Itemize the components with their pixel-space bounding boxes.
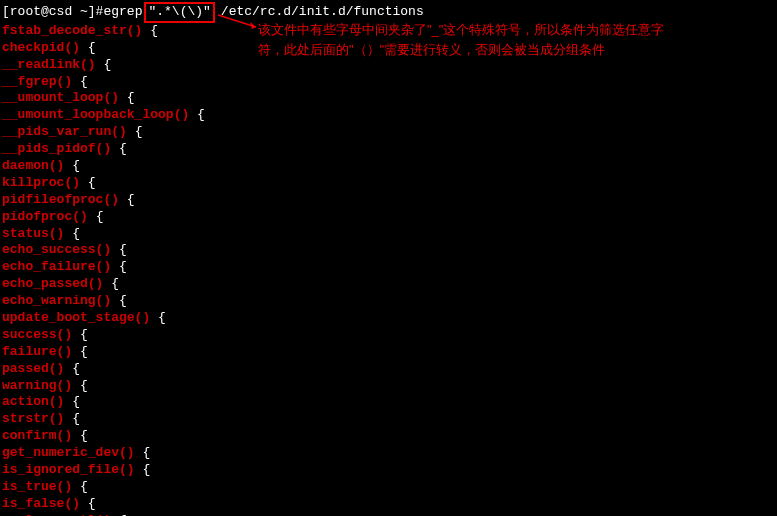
- brace-text: {: [64, 361, 80, 376]
- output-line: success() {: [2, 327, 775, 344]
- output-line: echo_failure() {: [2, 259, 775, 276]
- output-line: echo_success() {: [2, 242, 775, 259]
- output-line: passed() {: [2, 361, 775, 378]
- function-match: status(): [2, 226, 64, 241]
- brace-text: {: [72, 74, 88, 89]
- brace-text: {: [119, 192, 135, 207]
- function-match: __fgrep(): [2, 74, 72, 89]
- function-match: fstab_decode_str(): [2, 23, 142, 38]
- output-line: __readlink() {: [2, 57, 775, 74]
- terminal-window[interactable]: [root@csd ~]# egrep ".*\(\)" /etc/rc.d/i…: [2, 2, 775, 516]
- brace-text: {: [119, 90, 135, 105]
- function-match: update_boot_stage(): [2, 310, 150, 325]
- output-line: daemon() {: [2, 158, 775, 175]
- function-match: failure(): [2, 344, 72, 359]
- svg-line-0: [218, 15, 256, 27]
- brace-text: {: [64, 411, 80, 426]
- brace-text: {: [72, 378, 88, 393]
- function-match: success(): [2, 327, 72, 342]
- output-line: is_ignored_file() {: [2, 462, 775, 479]
- function-match: passed(): [2, 361, 64, 376]
- output-line: __umount_loopback_loop() {: [2, 107, 775, 124]
- output-line: confirm() {: [2, 428, 775, 445]
- brace-text: {: [64, 226, 80, 241]
- output-line: pidofproc() {: [2, 209, 775, 226]
- brace-text: {: [111, 242, 127, 257]
- output-line: action() {: [2, 394, 775, 411]
- output-line: strstr() {: [2, 411, 775, 428]
- command-name: egrep: [103, 4, 142, 21]
- output-line: echo_passed() {: [2, 276, 775, 293]
- function-match: pidofproc(): [2, 209, 88, 224]
- shell-prompt: [root@csd ~]#: [2, 4, 103, 21]
- function-match: echo_success(): [2, 242, 111, 257]
- brace-text: {: [64, 394, 80, 409]
- brace-text: {: [72, 479, 88, 494]
- output-line: get_numeric_dev() {: [2, 445, 775, 462]
- output-container: fstab_decode_str() {checkpid() {__readli…: [2, 23, 775, 516]
- function-match: is_true(): [2, 479, 72, 494]
- function-match: __umount_loopback_loop(): [2, 107, 189, 122]
- function-match: echo_warning(): [2, 293, 111, 308]
- output-line: failure() {: [2, 344, 775, 361]
- brace-text: {: [72, 327, 88, 342]
- brace-text: {: [111, 141, 127, 156]
- function-match: action(): [2, 394, 64, 409]
- function-match: __umount_loop(): [2, 90, 119, 105]
- function-match: warning(): [2, 378, 72, 393]
- brace-text: {: [80, 496, 96, 511]
- output-line: pidfileofproc() {: [2, 192, 775, 209]
- function-match: killproc(): [2, 175, 80, 190]
- annotation-line2: 符，此处后面的"（）"需要进行转义，否则会被当成分组条件: [258, 40, 758, 60]
- output-line: echo_warning() {: [2, 293, 775, 310]
- brace-text: {: [127, 124, 143, 139]
- function-match: confirm(): [2, 428, 72, 443]
- output-line: __umount_loop() {: [2, 90, 775, 107]
- function-match: strstr(): [2, 411, 64, 426]
- brace-text: {: [80, 40, 96, 55]
- function-match: echo_passed(): [2, 276, 103, 291]
- brace-text: {: [135, 462, 151, 477]
- brace-text: {: [142, 23, 158, 38]
- output-line: is_false() {: [2, 496, 775, 513]
- brace-text: {: [150, 310, 166, 325]
- function-match: is_ignored_file(): [2, 462, 135, 477]
- brace-text: {: [135, 445, 151, 460]
- output-line: warning() {: [2, 378, 775, 395]
- brace-text: {: [96, 57, 112, 72]
- output-line: is_true() {: [2, 479, 775, 496]
- function-match: pidfileofproc(): [2, 192, 119, 207]
- brace-text: {: [80, 175, 96, 190]
- output-line: __pids_var_run() {: [2, 124, 775, 141]
- function-match: checkpid(): [2, 40, 80, 55]
- annotation-text: 该文件中有些字母中间夹杂了"_"这个特殊符号，所以条件为筛选任意字 符，此处后面…: [258, 20, 758, 59]
- brace-text: {: [64, 158, 80, 173]
- output-line: status() {: [2, 226, 775, 243]
- brace-text: {: [111, 259, 127, 274]
- output-line: killproc() {: [2, 175, 775, 192]
- function-match: get_numeric_dev(): [2, 445, 135, 460]
- brace-text: {: [88, 209, 104, 224]
- annotation-arrow: [216, 13, 260, 31]
- brace-text: {: [72, 344, 88, 359]
- function-match: __pids_var_run(): [2, 124, 127, 139]
- brace-text: {: [111, 293, 127, 308]
- output-line: __pids_pidof() {: [2, 141, 775, 158]
- function-match: echo_failure(): [2, 259, 111, 274]
- output-line: __fgrep() {: [2, 74, 775, 91]
- brace-text: {: [103, 276, 119, 291]
- brace-text: {: [72, 428, 88, 443]
- function-match: daemon(): [2, 158, 64, 173]
- function-match: is_false(): [2, 496, 80, 511]
- function-match: __readlink(): [2, 57, 96, 72]
- function-match: __pids_pidof(): [2, 141, 111, 156]
- pattern-highlight: ".*\(\)": [144, 2, 214, 23]
- output-line: update_boot_stage() {: [2, 310, 775, 327]
- annotation-line1: 该文件中有些字母中间夹杂了"_"这个特殊符号，所以条件为筛选任意字: [258, 20, 758, 40]
- brace-text: {: [189, 107, 205, 122]
